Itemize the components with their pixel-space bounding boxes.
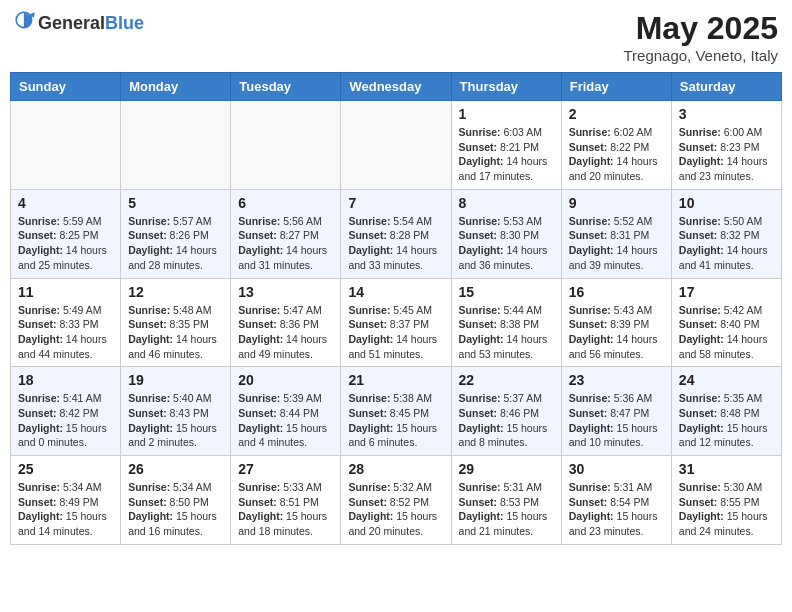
calendar-cell: 9Sunrise: 5:52 AMSunset: 8:31 PMDaylight… (561, 189, 671, 278)
day-info: Sunrise: 5:50 AMSunset: 8:32 PMDaylight:… (679, 214, 774, 273)
day-number: 25 (18, 461, 113, 477)
day-number: 27 (238, 461, 333, 477)
day-number: 15 (459, 284, 554, 300)
day-number: 19 (128, 372, 223, 388)
day-number: 22 (459, 372, 554, 388)
day-number: 6 (238, 195, 333, 211)
page-header: GeneralBlue May 2025 Tregnago, Veneto, I… (10, 10, 782, 64)
day-number: 10 (679, 195, 774, 211)
day-info: Sunrise: 5:41 AMSunset: 8:42 PMDaylight:… (18, 391, 113, 450)
calendar-cell: 5Sunrise: 5:57 AMSunset: 8:26 PMDaylight… (121, 189, 231, 278)
day-info: Sunrise: 5:48 AMSunset: 8:35 PMDaylight:… (128, 303, 223, 362)
logo-graphic (14, 10, 36, 36)
day-number: 3 (679, 106, 774, 122)
calendar-cell: 18Sunrise: 5:41 AMSunset: 8:42 PMDayligh… (11, 367, 121, 456)
day-number: 23 (569, 372, 664, 388)
calendar-cell: 24Sunrise: 5:35 AMSunset: 8:48 PMDayligh… (671, 367, 781, 456)
day-header-tuesday: Tuesday (231, 73, 341, 101)
day-number: 8 (459, 195, 554, 211)
day-info: Sunrise: 5:59 AMSunset: 8:25 PMDaylight:… (18, 214, 113, 273)
calendar-cell: 15Sunrise: 5:44 AMSunset: 8:38 PMDayligh… (451, 278, 561, 367)
calendar-cell: 21Sunrise: 5:38 AMSunset: 8:45 PMDayligh… (341, 367, 451, 456)
calendar-cell: 7Sunrise: 5:54 AMSunset: 8:28 PMDaylight… (341, 189, 451, 278)
day-number: 31 (679, 461, 774, 477)
day-info: Sunrise: 5:47 AMSunset: 8:36 PMDaylight:… (238, 303, 333, 362)
day-number: 2 (569, 106, 664, 122)
day-info: Sunrise: 5:37 AMSunset: 8:46 PMDaylight:… (459, 391, 554, 450)
calendar-cell: 12Sunrise: 5:48 AMSunset: 8:35 PMDayligh… (121, 278, 231, 367)
day-number: 5 (128, 195, 223, 211)
logo-text-blue: Blue (105, 13, 144, 33)
calendar-cell: 25Sunrise: 5:34 AMSunset: 8:49 PMDayligh… (11, 456, 121, 545)
day-info: Sunrise: 5:34 AMSunset: 8:49 PMDaylight:… (18, 480, 113, 539)
day-number: 26 (128, 461, 223, 477)
day-number: 13 (238, 284, 333, 300)
day-info: Sunrise: 5:56 AMSunset: 8:27 PMDaylight:… (238, 214, 333, 273)
calendar-week-row: 25Sunrise: 5:34 AMSunset: 8:49 PMDayligh… (11, 456, 782, 545)
day-header-monday: Monday (121, 73, 231, 101)
day-header-saturday: Saturday (671, 73, 781, 101)
day-info: Sunrise: 5:30 AMSunset: 8:55 PMDaylight:… (679, 480, 774, 539)
calendar-cell: 29Sunrise: 5:31 AMSunset: 8:53 PMDayligh… (451, 456, 561, 545)
day-number: 24 (679, 372, 774, 388)
logo: GeneralBlue (14, 10, 144, 36)
calendar-cell: 26Sunrise: 5:34 AMSunset: 8:50 PMDayligh… (121, 456, 231, 545)
day-info: Sunrise: 5:57 AMSunset: 8:26 PMDaylight:… (128, 214, 223, 273)
calendar-cell: 11Sunrise: 5:49 AMSunset: 8:33 PMDayligh… (11, 278, 121, 367)
calendar-cell: 16Sunrise: 5:43 AMSunset: 8:39 PMDayligh… (561, 278, 671, 367)
day-header-thursday: Thursday (451, 73, 561, 101)
day-info: Sunrise: 5:53 AMSunset: 8:30 PMDaylight:… (459, 214, 554, 273)
day-info: Sunrise: 6:02 AMSunset: 8:22 PMDaylight:… (569, 125, 664, 184)
day-number: 16 (569, 284, 664, 300)
day-info: Sunrise: 6:00 AMSunset: 8:23 PMDaylight:… (679, 125, 774, 184)
calendar-cell: 27Sunrise: 5:33 AMSunset: 8:51 PMDayligh… (231, 456, 341, 545)
day-number: 7 (348, 195, 443, 211)
day-info: Sunrise: 5:43 AMSunset: 8:39 PMDaylight:… (569, 303, 664, 362)
day-info: Sunrise: 6:03 AMSunset: 8:21 PMDaylight:… (459, 125, 554, 184)
title-block: May 2025 Tregnago, Veneto, Italy (623, 10, 778, 64)
calendar-cell: 8Sunrise: 5:53 AMSunset: 8:30 PMDaylight… (451, 189, 561, 278)
day-info: Sunrise: 5:49 AMSunset: 8:33 PMDaylight:… (18, 303, 113, 362)
day-info: Sunrise: 5:38 AMSunset: 8:45 PMDaylight:… (348, 391, 443, 450)
day-number: 17 (679, 284, 774, 300)
day-info: Sunrise: 5:52 AMSunset: 8:31 PMDaylight:… (569, 214, 664, 273)
calendar-cell: 4Sunrise: 5:59 AMSunset: 8:25 PMDaylight… (11, 189, 121, 278)
day-number: 9 (569, 195, 664, 211)
calendar-week-row: 4Sunrise: 5:59 AMSunset: 8:25 PMDaylight… (11, 189, 782, 278)
calendar-cell: 10Sunrise: 5:50 AMSunset: 8:32 PMDayligh… (671, 189, 781, 278)
day-info: Sunrise: 5:40 AMSunset: 8:43 PMDaylight:… (128, 391, 223, 450)
day-info: Sunrise: 5:44 AMSunset: 8:38 PMDaylight:… (459, 303, 554, 362)
day-number: 11 (18, 284, 113, 300)
day-number: 21 (348, 372, 443, 388)
location-title: Tregnago, Veneto, Italy (623, 47, 778, 64)
day-info: Sunrise: 5:39 AMSunset: 8:44 PMDaylight:… (238, 391, 333, 450)
calendar-cell: 20Sunrise: 5:39 AMSunset: 8:44 PMDayligh… (231, 367, 341, 456)
day-number: 1 (459, 106, 554, 122)
day-info: Sunrise: 5:33 AMSunset: 8:51 PMDaylight:… (238, 480, 333, 539)
calendar-cell: 22Sunrise: 5:37 AMSunset: 8:46 PMDayligh… (451, 367, 561, 456)
day-number: 29 (459, 461, 554, 477)
day-number: 28 (348, 461, 443, 477)
day-info: Sunrise: 5:45 AMSunset: 8:37 PMDaylight:… (348, 303, 443, 362)
day-number: 14 (348, 284, 443, 300)
calendar-cell: 6Sunrise: 5:56 AMSunset: 8:27 PMDaylight… (231, 189, 341, 278)
calendar-cell (11, 101, 121, 190)
day-header-sunday: Sunday (11, 73, 121, 101)
calendar-cell: 2Sunrise: 6:02 AMSunset: 8:22 PMDaylight… (561, 101, 671, 190)
day-number: 20 (238, 372, 333, 388)
month-title: May 2025 (623, 10, 778, 47)
day-info: Sunrise: 5:32 AMSunset: 8:52 PMDaylight:… (348, 480, 443, 539)
day-info: Sunrise: 5:31 AMSunset: 8:54 PMDaylight:… (569, 480, 664, 539)
calendar-cell: 14Sunrise: 5:45 AMSunset: 8:37 PMDayligh… (341, 278, 451, 367)
calendar-cell: 13Sunrise: 5:47 AMSunset: 8:36 PMDayligh… (231, 278, 341, 367)
day-number: 12 (128, 284, 223, 300)
logo-text-general: General (38, 13, 105, 33)
day-info: Sunrise: 5:54 AMSunset: 8:28 PMDaylight:… (348, 214, 443, 273)
calendar-cell: 19Sunrise: 5:40 AMSunset: 8:43 PMDayligh… (121, 367, 231, 456)
calendar-cell (341, 101, 451, 190)
day-info: Sunrise: 5:34 AMSunset: 8:50 PMDaylight:… (128, 480, 223, 539)
calendar-table: SundayMondayTuesdayWednesdayThursdayFrid… (10, 72, 782, 545)
day-number: 18 (18, 372, 113, 388)
calendar-cell (121, 101, 231, 190)
calendar-cell: 31Sunrise: 5:30 AMSunset: 8:55 PMDayligh… (671, 456, 781, 545)
